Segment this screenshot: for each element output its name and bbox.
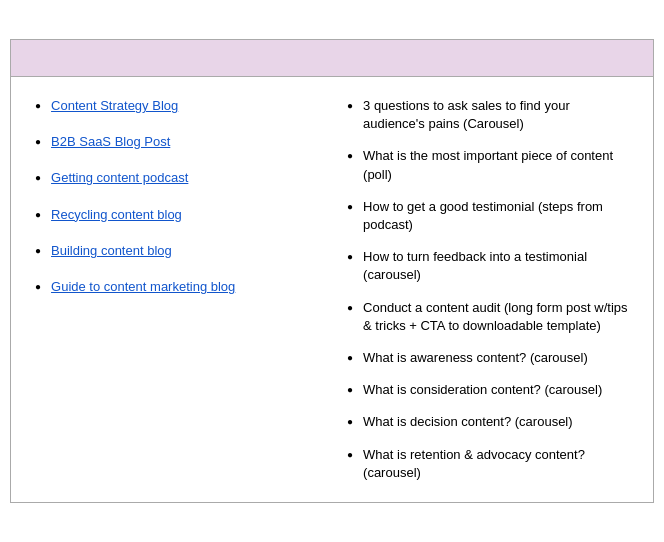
right-item-text-4: Conduct a content audit (long form post …	[363, 299, 629, 335]
list-item: What is the most important piece of cont…	[347, 147, 629, 183]
list-item: Recycling content blog	[35, 206, 317, 224]
main-container: Content Strategy BlogB2B SaaS Blog PostG…	[10, 39, 654, 503]
list-item: What is awareness content? (carousel)	[347, 349, 629, 367]
left-list: Content Strategy BlogB2B SaaS Blog PostG…	[35, 97, 317, 296]
list-item: Content Strategy Blog	[35, 97, 317, 115]
right-item-text-6: What is consideration content? (carousel…	[363, 381, 602, 399]
left-link-5[interactable]: Guide to content marketing blog	[51, 278, 235, 296]
list-item: B2B SaaS Blog Post	[35, 133, 317, 151]
right-item-text-3: How to turn feedback into a testimonial …	[363, 248, 629, 284]
left-column: Content Strategy BlogB2B SaaS Blog PostG…	[35, 97, 337, 482]
list-item: Building content blog	[35, 242, 317, 260]
left-link-1[interactable]: B2B SaaS Blog Post	[51, 133, 170, 151]
right-item-text-1: What is the most important piece of cont…	[363, 147, 629, 183]
list-item: Guide to content marketing blog	[35, 278, 317, 296]
list-item: What is retention & advocacy content? (c…	[347, 446, 629, 482]
content-area: Content Strategy BlogB2B SaaS Blog PostG…	[11, 77, 653, 502]
right-list: 3 questions to ask sales to find your au…	[347, 97, 629, 482]
left-link-4[interactable]: Building content blog	[51, 242, 172, 260]
list-item: Getting content podcast	[35, 169, 317, 187]
right-item-text-2: How to get a good testimonial (steps fro…	[363, 198, 629, 234]
left-link-0[interactable]: Content Strategy Blog	[51, 97, 178, 115]
right-item-text-0: 3 questions to ask sales to find your au…	[363, 97, 629, 133]
right-item-text-8: What is retention & advocacy content? (c…	[363, 446, 629, 482]
list-item: How to get a good testimonial (steps fro…	[347, 198, 629, 234]
list-item: 3 questions to ask sales to find your au…	[347, 97, 629, 133]
right-item-text-5: What is awareness content? (carousel)	[363, 349, 588, 367]
left-link-2[interactable]: Getting content podcast	[51, 169, 188, 187]
page-title	[11, 40, 653, 77]
list-item: What is decision content? (carousel)	[347, 413, 629, 431]
right-item-text-7: What is decision content? (carousel)	[363, 413, 573, 431]
list-item: What is consideration content? (carousel…	[347, 381, 629, 399]
right-column: 3 questions to ask sales to find your au…	[337, 97, 629, 482]
list-item: How to turn feedback into a testimonial …	[347, 248, 629, 284]
list-item: Conduct a content audit (long form post …	[347, 299, 629, 335]
left-link-3[interactable]: Recycling content blog	[51, 206, 182, 224]
